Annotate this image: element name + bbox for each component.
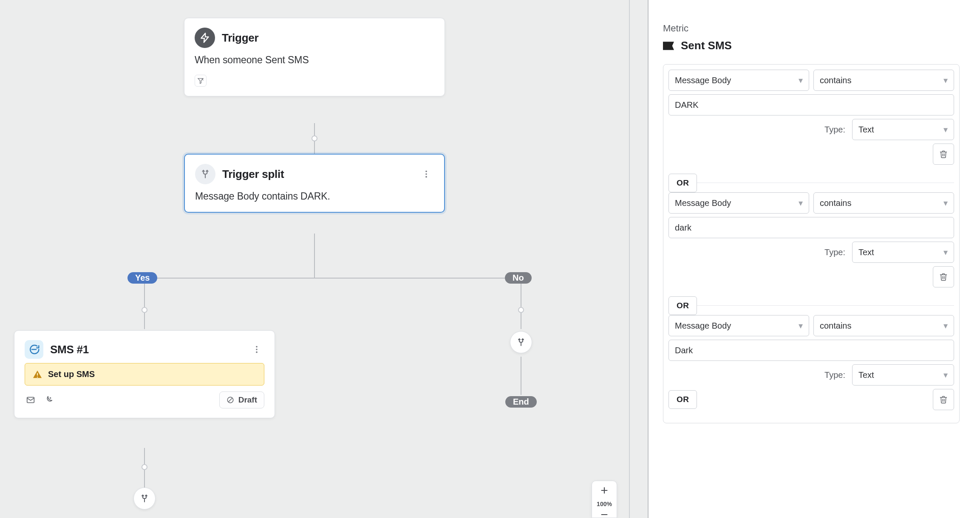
zoom-out-button[interactable] xyxy=(592,510,617,518)
or-button[interactable]: OR xyxy=(668,174,697,192)
value-input[interactable]: DARK xyxy=(668,94,954,115)
or-button[interactable]: OR xyxy=(668,296,697,315)
moon-icon[interactable] xyxy=(42,394,54,406)
type-select[interactable]: Text ▾ xyxy=(852,242,954,263)
branch-no-label: No xyxy=(505,272,532,284)
field-value: Message Body xyxy=(675,198,731,208)
kebab-icon[interactable] xyxy=(419,166,434,182)
sms-node[interactable]: SMS #1 Set up SMS Draft xyxy=(14,330,275,418)
delete-condition-button[interactable] xyxy=(933,266,954,287)
trigger-split-title: Trigger split xyxy=(222,168,284,181)
flag-icon xyxy=(663,41,674,51)
type-label: Type: xyxy=(824,370,845,380)
operator-value: contains xyxy=(820,198,852,208)
type-value: Text xyxy=(858,125,874,135)
chevron-down-icon: ▾ xyxy=(799,198,803,208)
field-select[interactable]: Message Body ▾ xyxy=(668,192,809,214)
value-text: dark xyxy=(675,223,691,233)
zoom-control: 100% xyxy=(592,481,617,518)
field-value: Message Body xyxy=(675,76,731,85)
branch-yes-label: Yes xyxy=(127,272,157,284)
svg-point-12 xyxy=(256,346,258,348)
warning-icon xyxy=(33,370,42,379)
trigger-body: When someone Sent SMS xyxy=(195,54,434,66)
condition-row: Message Body ▾ contains ▾ DARK Type: xyxy=(668,70,954,171)
operator-select[interactable]: contains ▾ xyxy=(813,315,954,336)
split-icon xyxy=(195,164,215,184)
type-value: Text xyxy=(858,370,874,380)
flow-canvas[interactable]: Trigger When someone Sent SMS Trigger sp… xyxy=(0,0,629,518)
status-badge[interactable]: Draft xyxy=(219,391,264,408)
value-input[interactable]: dark xyxy=(668,217,954,238)
chevron-down-icon: ▾ xyxy=(943,247,948,257)
mail-icon[interactable] xyxy=(25,394,37,406)
zoom-in-button[interactable] xyxy=(592,481,617,500)
operator-select[interactable]: contains ▾ xyxy=(813,70,954,91)
kebab-icon[interactable] xyxy=(249,342,264,357)
trigger-title: Trigger xyxy=(222,31,258,45)
chevron-down-icon: ▾ xyxy=(943,198,948,208)
lightning-icon xyxy=(195,28,215,48)
operator-value: contains xyxy=(820,76,852,85)
sms-warning[interactable]: Set up SMS xyxy=(25,363,264,386)
delete-condition-button[interactable] xyxy=(933,144,954,165)
svg-marker-7 xyxy=(201,33,208,42)
value-text: DARK xyxy=(675,100,699,110)
operator-value: contains xyxy=(820,321,852,331)
sms-title: SMS #1 xyxy=(50,343,89,356)
sms-icon xyxy=(25,340,43,359)
status-text: Draft xyxy=(238,395,257,405)
chevron-down-icon: ▾ xyxy=(943,370,948,380)
field-value: Message Body xyxy=(675,321,731,331)
or-button[interactable]: OR xyxy=(668,390,697,409)
gutter xyxy=(630,0,648,518)
svg-point-14 xyxy=(256,352,258,353)
value-input[interactable]: Dark xyxy=(668,340,954,361)
chevron-down-icon: ▾ xyxy=(943,321,948,331)
sms-warning-text: Set up SMS xyxy=(48,369,95,379)
filter-icon[interactable] xyxy=(195,75,207,87)
trash-icon xyxy=(939,150,948,158)
add-action-button[interactable] xyxy=(510,331,532,353)
trigger-node[interactable]: Trigger When someone Sent SMS xyxy=(184,18,445,96)
connector-port xyxy=(142,307,147,313)
connector-port xyxy=(518,307,524,313)
svg-point-9 xyxy=(425,171,427,172)
connector-port xyxy=(142,464,147,470)
end-label: End xyxy=(505,396,537,408)
conditions-panel: Metric Sent SMS Message Body ▾ contains … xyxy=(649,0,980,518)
type-select[interactable]: Text ▾ xyxy=(852,364,954,386)
chevron-down-icon: ▾ xyxy=(943,75,948,85)
chevron-down-icon: ▾ xyxy=(799,321,803,331)
field-select[interactable]: Message Body ▾ xyxy=(668,70,809,91)
type-value: Text xyxy=(858,248,874,257)
svg-point-11 xyxy=(425,176,427,178)
type-label: Type: xyxy=(824,125,845,135)
conditions-box: Message Body ▾ contains ▾ DARK Type: xyxy=(663,64,960,423)
or-separator: OR xyxy=(668,305,954,306)
svg-point-13 xyxy=(256,349,258,350)
condition-row: Message Body ▾ contains ▾ Dark Type: xyxy=(668,315,954,416)
svg-marker-20 xyxy=(663,42,674,50)
trigger-split-body: Message Body contains DARK. xyxy=(195,190,434,203)
field-select[interactable]: Message Body ▾ xyxy=(668,315,809,336)
trash-icon xyxy=(939,273,948,281)
zoom-level: 100% xyxy=(592,500,617,510)
add-action-button[interactable] xyxy=(133,487,156,510)
trigger-split-node[interactable]: Trigger split Message Body contains DARK… xyxy=(184,154,445,213)
delete-condition-button[interactable] xyxy=(933,389,954,410)
type-label: Type: xyxy=(824,248,845,257)
value-text: Dark xyxy=(675,346,693,355)
connector-port xyxy=(312,135,317,141)
chevron-down-icon: ▾ xyxy=(799,75,803,85)
svg-point-10 xyxy=(425,173,427,175)
trash-icon xyxy=(939,395,948,404)
metric-section-label: Metric xyxy=(663,23,960,34)
chevron-down-icon: ▾ xyxy=(943,124,948,135)
operator-select[interactable]: contains ▾ xyxy=(813,192,954,214)
draft-icon xyxy=(227,396,234,404)
condition-row: Message Body ▾ contains ▾ dark Type: xyxy=(668,192,954,293)
type-select[interactable]: Text ▾ xyxy=(852,119,954,140)
metric-name: Sent SMS xyxy=(681,39,732,52)
or-separator: OR xyxy=(668,183,954,183)
